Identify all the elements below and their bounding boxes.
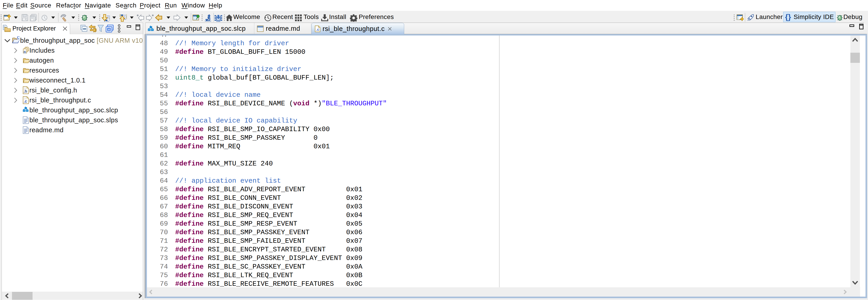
svg-text:C: C [17,36,20,39]
svg-text:.c: .c [24,99,27,103]
svg-text:si: si [108,28,110,31]
svg-text:.h: .h [24,89,27,94]
svg-text:.c: .c [316,27,319,32]
svg-text:h: h [24,51,26,53]
